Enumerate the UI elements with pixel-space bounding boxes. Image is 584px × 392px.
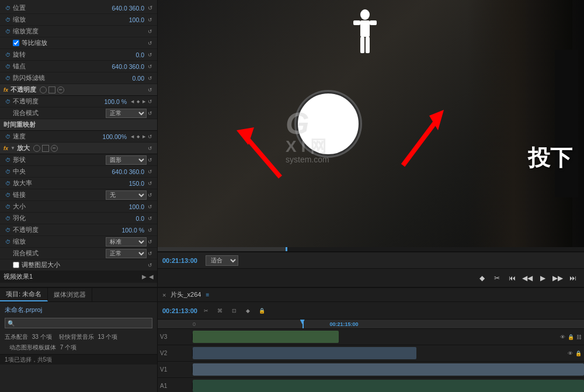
scale-width-stopwatch-icon[interactable]: ⏱	[4, 27, 12, 36]
resize-stopwatch-icon[interactable]: ⏱	[4, 238, 12, 246]
anchor-reset-btn[interactable]: ↺	[147, 63, 154, 70]
tl-btn-split[interactable]: ✂	[201, 306, 211, 316]
blend-mode-select[interactable]: 正常 溶解 变暗	[106, 109, 147, 118]
link-stopwatch-icon[interactable]: ⏱	[4, 191, 12, 199]
feather-stopwatch-icon[interactable]: ⏱	[4, 214, 12, 223]
feather-reset-btn[interactable]: ↺	[147, 215, 154, 222]
speed-nav-diamond[interactable]: ◆	[135, 134, 141, 140]
rotation-stopwatch-icon[interactable]: ⏱	[4, 51, 12, 59]
opacity-pen-icon[interactable]: ✏	[57, 86, 64, 93]
media-browser-tab[interactable]: 媒体浏览器	[48, 288, 92, 301]
speed-value[interactable]: 100.00%	[100, 133, 127, 140]
position-reset-btn[interactable]: ↺	[147, 5, 154, 12]
feather-value[interactable]: 0.0	[118, 215, 144, 222]
position-stopwatch-icon[interactable]: ⏱	[4, 4, 12, 12]
speed-nav-left[interactable]: ◀	[129, 134, 135, 140]
track-v2-eye[interactable]: 👁	[568, 351, 573, 356]
track-v3-eye[interactable]: 👁	[560, 334, 565, 340]
opacity-stopwatch-icon[interactable]: ⏱	[4, 98, 12, 106]
anchor-stopwatch-icon[interactable]: ⏱	[4, 63, 12, 71]
speed-stopwatch-icon[interactable]: ⏱	[4, 133, 12, 141]
zoom-center-value[interactable]: 640.0 360.0	[112, 168, 144, 175]
playback-step-back-btn[interactable]: ◀◀	[521, 272, 534, 285]
uniform-scale-reset-btn[interactable]: ↺	[147, 40, 154, 47]
opacity-value[interactable]: 100.0 %	[100, 98, 127, 105]
shape-reset-btn[interactable]: ↺	[147, 157, 154, 164]
magnification-reset-btn[interactable]: ↺	[147, 180, 154, 187]
project-file-link[interactable]: 未命名.prproj	[0, 302, 157, 318]
rotation-value[interactable]: 0.0	[118, 51, 144, 58]
opacity-nav-right[interactable]: ▶	[141, 99, 147, 105]
zoom-opacity-stopwatch-icon[interactable]: ⏱	[4, 226, 12, 234]
zoom-section-reset-btn[interactable]: ↺	[147, 145, 154, 152]
playback-marker-btn[interactable]: ◆	[475, 272, 488, 285]
timeline-scrubber[interactable]	[158, 247, 584, 252]
resize-select[interactable]: 标准	[106, 237, 147, 247]
playback-step-forward-btn[interactable]: ▶▶	[551, 272, 564, 285]
magnification-stopwatch-icon[interactable]: ⏱	[4, 179, 12, 188]
blend-mode-reset-btn[interactable]: ↺	[147, 110, 154, 117]
opacity-circle-icon[interactable]	[40, 86, 47, 93]
video-effects-btn-left[interactable]: ▶	[142, 273, 147, 280]
opacity-nav-diamond[interactable]: ◆	[135, 99, 141, 105]
scale-stopwatch-icon[interactable]: ⏱	[4, 16, 12, 24]
scale-reset-btn[interactable]: ↺	[147, 16, 154, 23]
playback-scissors-btn[interactable]: ✂	[491, 272, 503, 285]
adjust-layer-reset-btn[interactable]: ↺	[147, 262, 154, 269]
adjust-checkbox-wrap[interactable]: 调整图层大小	[13, 261, 60, 269]
link-reset-btn[interactable]: ↺	[147, 192, 154, 199]
playback-skip-forward-btn[interactable]: ⏭	[566, 272, 579, 285]
bin-name-1[interactable]: 轻快背景音乐	[59, 334, 94, 340]
bin-name-2[interactable]: 动态图形模板媒体	[9, 344, 56, 351]
antiflicker-value[interactable]: 0.00	[118, 75, 144, 82]
zoom-center-reset-btn[interactable]: ↺	[147, 168, 154, 175]
scale-width-reset-btn[interactable]: ↺	[147, 28, 154, 35]
tl-btn-snap[interactable]: ⊡	[229, 306, 239, 316]
zoom-size-reset-btn[interactable]: ↺	[147, 203, 154, 210]
tl-btn-lock[interactable]: 🔒	[257, 306, 267, 316]
anchor-value[interactable]: 640.0 360.0	[112, 63, 144, 70]
tl-btn-marker[interactable]: ◆	[243, 306, 253, 316]
zoom-blend-reset-btn[interactable]: ↺	[147, 250, 154, 257]
project-search-input[interactable]	[15, 320, 150, 327]
opacity-nav-left[interactable]: ◀	[129, 99, 135, 105]
shape-select[interactable]: 圆形 方形	[106, 155, 147, 165]
track-v3-content[interactable]	[193, 329, 558, 345]
resize-reset-btn[interactable]: ↺	[147, 238, 154, 245]
antiflicker-reset-btn[interactable]: ↺	[147, 75, 154, 82]
timeline-tab-name[interactable]: 片头_x264	[171, 290, 201, 299]
shape-stopwatch-icon[interactable]: ⏱	[4, 156, 12, 164]
adjust-layer-checkbox[interactable]	[13, 262, 19, 268]
timeline-ruler[interactable]: 0 00:21:15:00	[158, 320, 584, 329]
track-v3-link[interactable]: ⛓	[576, 334, 582, 340]
project-tab[interactable]: 项目: 未命名	[0, 288, 48, 301]
track-v3-lock[interactable]: 🔒	[568, 334, 574, 340]
zoom-opacity-value[interactable]: 100.0 %	[118, 227, 144, 234]
zoom-pen-icon[interactable]: ✏	[51, 145, 58, 152]
link-select[interactable]: 无 大小和羽化	[106, 190, 147, 200]
rotation-reset-btn[interactable]: ↺	[147, 51, 154, 58]
uniform-scale-checkbox-wrap[interactable]: 等比缩放	[13, 39, 47, 47]
zoom-opacity-reset-btn[interactable]: ↺	[147, 227, 154, 234]
playback-play-btn[interactable]: ▶	[536, 272, 549, 285]
magnification-value[interactable]: 150.0	[118, 180, 144, 187]
uniform-scale-checkbox[interactable]	[13, 40, 19, 46]
playback-skip-back-btn[interactable]: ⏮	[506, 272, 519, 285]
track-a1-content[interactable]	[193, 378, 584, 392]
zoom-blend-select[interactable]: 正常	[106, 249, 147, 258]
video-effects-btn-right[interactable]: ◀	[149, 273, 154, 280]
opacity-section-reset-btn[interactable]: ↺	[147, 86, 154, 93]
zoom-size-stopwatch-icon[interactable]: ⏱	[4, 203, 12, 211]
tl-btn-ripple[interactable]: ⌘	[215, 306, 225, 316]
preview-timecode[interactable]: 00:21:13:00	[162, 257, 197, 264]
position-value[interactable]: 640.0 360.0	[112, 5, 144, 12]
timeline-timecode[interactable]: 00:21:13:00	[162, 307, 197, 314]
fit-select[interactable]: 适合 25% 50% 75% 100%	[206, 255, 238, 266]
opacity-square-icon[interactable]	[48, 86, 55, 93]
zoom-center-stopwatch-icon[interactable]: ⏱	[4, 168, 12, 176]
timeline-close-btn[interactable]: ×	[162, 292, 166, 299]
track-v2-content[interactable]	[193, 345, 565, 361]
zoom-expand-icon[interactable]: ▼	[11, 145, 15, 151]
bin-name-0[interactable]: 五杀配音	[5, 334, 28, 340]
zoom-square-icon[interactable]	[42, 145, 49, 152]
